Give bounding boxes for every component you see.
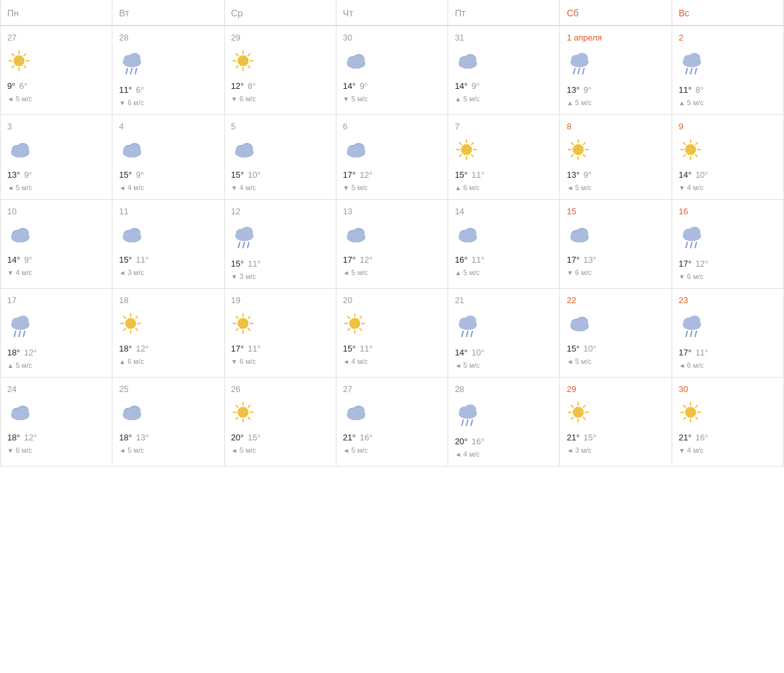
svg-point-197 [17, 406, 29, 417]
svg-line-17 [248, 66, 250, 68]
svg-point-90 [685, 144, 696, 155]
temp-low: 10° [248, 170, 261, 180]
day-cell-25[interactable]: 25 18°13°◄5 м/с [112, 378, 224, 467]
wind-speed: 5 м/с [575, 357, 591, 365]
temp-low: 8° [695, 85, 703, 95]
calendar-grid: ПнВтСрЧтПтСбВс27 9°6°◄5 м/с28 11°6°▼6 м/… [0, 0, 784, 467]
temp-low: 12° [360, 170, 373, 180]
wind-arrow-icon: ◄ [679, 362, 685, 369]
wind-arrow-icon: ▼ [679, 184, 685, 191]
temp-high: 11° [679, 85, 692, 95]
day-cell-26[interactable]: 26 20°15°◄5 м/с [225, 378, 336, 467]
temp-low: 9° [583, 85, 591, 95]
wind-arrow-icon: ▼ [7, 447, 14, 454]
svg-line-144 [14, 331, 16, 336]
temp-low: 12° [360, 255, 373, 265]
svg-point-234 [685, 407, 696, 418]
temp-high: 14° [679, 170, 692, 180]
wind-arrow-icon: ▲ [119, 358, 125, 365]
day-number: 6 [343, 122, 441, 131]
day-cell-30[interactable]: 30 21°16°▼4 м/с [672, 378, 784, 467]
day-cell-12[interactable]: 12 15°11°▼3 м/с [225, 200, 336, 289]
day-cell-29[interactable]: 29 12°8°▼6 м/с [225, 26, 336, 115]
temp-high: 15° [455, 170, 468, 180]
day-cell-6[interactable]: 6 17°12°▼5 м/с [336, 115, 448, 200]
svg-line-153 [124, 316, 126, 318]
day-cell-27[interactable]: 27 21°16°◄5 м/с [336, 378, 448, 467]
day-cell-2[interactable]: 2 11°8°▲5 м/с [672, 26, 784, 115]
temperatures: 13°9° [566, 85, 664, 95]
day-number: 8 [566, 122, 664, 131]
weather-icon-sun [343, 312, 441, 338]
svg-line-173 [360, 316, 362, 318]
wind-speed: 4 м/с [463, 450, 480, 458]
wind-info: ◄6 м/с [679, 361, 777, 369]
day-cell-31[interactable]: 31 14°9°▲5 м/с [448, 26, 560, 115]
wind-arrow-icon: ◄ [343, 269, 350, 276]
day-number: 19 [231, 295, 329, 305]
day-number: 27 [7, 33, 105, 42]
day-cell-22[interactable]: 22 15°10°◄5 м/с [560, 289, 672, 378]
wind-arrow-icon: ◄ [231, 447, 238, 454]
wind-speed: 5 м/с [16, 95, 32, 103]
day-cell-16[interactable]: 16 17°12°▼6 м/с [672, 200, 784, 289]
svg-line-229 [572, 418, 574, 419]
day-number: 28 [119, 33, 217, 42]
svg-point-104 [17, 229, 29, 239]
temp-high: 17° [566, 255, 580, 265]
day-cell-21[interactable]: 21 14°10°◄5 м/с [448, 289, 560, 378]
svg-point-81 [573, 144, 583, 155]
day-cell-30[interactable]: 30 14°9°▼5 м/с [336, 26, 448, 115]
day-cell-9[interactable]: 9 14°10°▼4 м/с [672, 115, 784, 200]
day-cell-20[interactable]: 20 15°11°◄4 м/с [336, 289, 448, 378]
wind-speed: 6 м/с [239, 357, 255, 365]
wind-speed: 4 м/с [351, 357, 368, 365]
temperatures: 14°9° [343, 81, 441, 91]
svg-point-137 [689, 227, 700, 237]
day-cell-18[interactable]: 18 18°12°▲6 м/с [112, 289, 224, 378]
day-cell-17[interactable]: 17 18°12°▲5 м/с [1, 289, 112, 378]
day-cell-28[interactable]: 28 20°16°◄4 м/с [448, 378, 560, 467]
day-cell-1 апреля[interactable]: 1 апреля 13°9°▲5 м/с [560, 26, 672, 115]
svg-line-46 [691, 69, 692, 74]
day-cell-23[interactable]: 23 17°11°◄6 м/с [672, 289, 784, 378]
temperatures: 18°12° [7, 433, 105, 442]
wind-info: ▼6 м/с [231, 357, 329, 365]
svg-point-134 [576, 229, 588, 239]
day-cell-28[interactable]: 28 11°6°▼6 м/с [112, 26, 224, 115]
day-cell-13[interactable]: 13 17°12°◄5 м/с [336, 200, 448, 289]
day-cell-24[interactable]: 24 18°12°▼6 м/с [1, 378, 112, 467]
svg-line-21 [236, 54, 238, 56]
day-cell-7[interactable]: 7 15°11°▲6 м/с [448, 115, 560, 200]
weather-icon-sun [566, 138, 664, 165]
day-cell-15[interactable]: 15 17°13°▼6 м/с [560, 200, 672, 289]
wind-arrow-icon: ▼ [231, 358, 238, 365]
day-cell-19[interactable]: 19 17°11°▼6 м/с [225, 289, 336, 378]
day-cell-5[interactable]: 5 15°10°▼4 м/с [225, 115, 336, 200]
svg-line-94 [683, 155, 685, 157]
day-cell-14[interactable]: 14 16°11°▲5 м/с [448, 200, 560, 289]
temp-low: 16° [472, 436, 485, 446]
day-cell-29[interactable]: 29 21°15°◄3 м/с [560, 378, 672, 467]
day-number: 2 [679, 33, 777, 42]
wind-arrow-icon: ◄ [7, 95, 14, 103]
day-cell-4[interactable]: 4 15°9°◄4 м/с [112, 115, 224, 200]
temp-low: 6° [136, 85, 144, 95]
temp-high: 15° [343, 344, 356, 353]
svg-line-149 [136, 329, 138, 331]
day-cell-8[interactable]: 8 13°9°◄5 м/с [560, 115, 672, 200]
temperatures: 17°11° [679, 348, 777, 357]
temperatures: 21°15° [566, 433, 664, 442]
wind-arrow-icon: ▼ [343, 95, 350, 103]
day-cell-11[interactable]: 11 15°11°◄3 м/с [112, 200, 224, 289]
weather-icon-cloud [343, 138, 441, 165]
svg-line-162 [236, 316, 238, 318]
day-cell-3[interactable]: 3 13°9°◄5 м/с [1, 115, 112, 200]
temp-low: 12° [695, 259, 708, 269]
day-cell-10[interactable]: 10 14°9°▼4 м/с [1, 200, 112, 289]
temp-high: 21° [343, 433, 356, 442]
svg-line-39 [574, 69, 575, 74]
temperatures: 20°15° [231, 433, 329, 442]
day-cell-27[interactable]: 27 9°6°◄5 м/с [1, 26, 112, 115]
day-number: 14 [455, 206, 553, 216]
